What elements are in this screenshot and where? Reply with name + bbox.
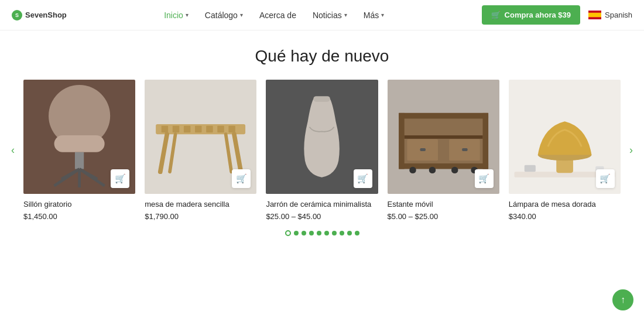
buy-button-label: Compra ahora $39 <box>505 11 571 19</box>
nav-right: 🛒 Compra ahora $39 Spanish <box>482 5 632 25</box>
product-name-1: Sillón giratorio <box>23 200 135 210</box>
pagination-dot-1[interactable] <box>294 231 299 235</box>
nav-item-noticias[interactable]: Noticias ▾ <box>313 11 347 20</box>
svg-rect-17 <box>229 126 235 132</box>
product-name-3: Jarrón de cerámica minimalista <box>266 200 378 210</box>
prev-arrow[interactable]: ‹ <box>5 142 21 158</box>
product-price-4: $5.00 – $25.00 <box>388 212 499 221</box>
svg-rect-1 <box>588 13 601 18</box>
products-grid: 🛒 Sillón giratorio $1,450.00 <box>23 80 621 221</box>
product-image-2: 🛒 <box>145 80 256 194</box>
svg-rect-24 <box>399 113 488 119</box>
product-name-5: Lámpara de mesa dorada <box>509 200 621 210</box>
svg-rect-27 <box>482 113 488 169</box>
nav-label: Inicio <box>164 11 183 20</box>
logo[interactable]: S SevenShop <box>12 10 67 21</box>
nav-item-acerca[interactable]: Acerca de <box>259 11 296 20</box>
svg-rect-40 <box>525 165 536 172</box>
svg-rect-4 <box>75 152 84 169</box>
svg-line-19 <box>234 134 241 172</box>
product-price-1: $1,450.00 <box>23 212 135 221</box>
svg-rect-3 <box>54 135 105 152</box>
product-price-2: $1,790.00 <box>145 212 256 221</box>
svg-rect-31 <box>420 148 426 151</box>
chevron-down-icon: ▾ <box>381 12 384 18</box>
add-to-cart-4[interactable]: 🛒 <box>475 169 494 188</box>
svg-rect-28 <box>404 135 482 139</box>
svg-rect-26 <box>399 113 405 169</box>
logo-text: SevenShop <box>25 11 67 19</box>
buy-button[interactable]: 🛒 Compra ahora $39 <box>482 5 580 25</box>
scroll-to-top-button[interactable]: ↑ <box>612 289 633 310</box>
add-to-cart-5[interactable]: 🛒 <box>596 169 615 188</box>
product-card-5[interactable]: 🛒 Lámpara de mesa dorada $340.00 <box>509 80 621 221</box>
nav-label: Catálogo <box>205 11 238 20</box>
product-card-1[interactable]: 🛒 Sillón giratorio $1,450.00 <box>23 80 135 221</box>
language-selector[interactable]: Spanish <box>588 11 632 19</box>
svg-point-33 <box>409 167 416 173</box>
logo-icon: S <box>12 10 22 21</box>
svg-rect-16 <box>217 126 224 132</box>
pagination <box>0 221 644 241</box>
nav-item-mas[interactable]: Más ▾ <box>364 11 384 20</box>
main-nav: Inicio ▾ Catálogo ▾ Acerca de Noticias ▾… <box>164 11 384 20</box>
svg-rect-14 <box>195 126 201 132</box>
svg-line-9 <box>80 169 98 179</box>
nav-label: Más <box>364 11 379 20</box>
pagination-dot-3[interactable] <box>309 231 314 235</box>
svg-point-35 <box>429 167 435 173</box>
arrow-up-icon: ↑ <box>621 295 625 305</box>
product-price-3: $25.00 – $45.00 <box>266 212 378 221</box>
chevron-down-icon: ▾ <box>344 12 347 18</box>
svg-rect-11 <box>162 126 168 132</box>
next-arrow[interactable]: › <box>623 142 639 158</box>
chevron-down-icon: ▾ <box>186 12 189 18</box>
language-label: Spanish <box>605 11 632 19</box>
pagination-dot-5[interactable] <box>324 231 329 235</box>
svg-rect-12 <box>173 126 179 132</box>
svg-line-8 <box>61 169 80 179</box>
svg-rect-15 <box>206 126 213 132</box>
svg-point-36 <box>451 167 458 173</box>
add-to-cart-3[interactable]: 🛒 <box>354 169 372 188</box>
product-image-3: 🛒 <box>266 80 378 194</box>
svg-line-21 <box>226 134 232 172</box>
nav-item-catalogo[interactable]: Catálogo ▾ <box>205 11 243 20</box>
product-card-2[interactable]: 🛒 mesa de madera sencilla $1,790.00 <box>145 80 256 221</box>
svg-rect-13 <box>184 126 190 132</box>
pagination-dot-7[interactable] <box>340 231 344 235</box>
product-price-5: $340.00 <box>509 212 621 221</box>
pagination-dot-2[interactable] <box>302 231 306 235</box>
nav-label: Acerca de <box>259 11 296 20</box>
product-card-3[interactable]: 🛒 Jarrón de cerámica minimalista $25.00 … <box>266 80 378 221</box>
product-name-4: Estante móvil <box>388 200 499 210</box>
add-to-cart-1[interactable]: 🛒 <box>111 169 129 188</box>
product-image-1: 🛒 <box>23 80 135 194</box>
product-image-4: 🛒 <box>388 80 499 194</box>
pagination-dot-6[interactable] <box>332 231 337 235</box>
svg-rect-32 <box>462 148 468 151</box>
svg-rect-22 <box>314 96 331 102</box>
products-section: ‹ 🛒 Si <box>0 80 644 221</box>
navbar: S SevenShop Inicio ▾ Catálogo ▾ Acerca d… <box>0 0 644 30</box>
svg-line-20 <box>170 134 176 172</box>
product-image-5: 🛒 <box>509 80 621 194</box>
pagination-dot-4[interactable] <box>317 231 321 235</box>
pagination-dot-0[interactable] <box>285 230 291 236</box>
nav-label: Noticias <box>313 11 342 20</box>
pagination-dot-8[interactable] <box>347 231 352 235</box>
product-card-4[interactable]: 🛒 Estante móvil $5.00 – $25.00 <box>388 80 499 221</box>
chevron-down-icon: ▾ <box>240 12 243 18</box>
section-title: Qué hay de nuevo <box>0 30 644 80</box>
product-name-2: mesa de madera sencilla <box>145 200 256 210</box>
flag-icon <box>588 11 601 19</box>
svg-line-18 <box>160 134 167 172</box>
pagination-dot-9[interactable] <box>355 231 359 235</box>
cart-icon: 🛒 <box>491 11 501 19</box>
nav-item-inicio[interactable]: Inicio ▾ <box>164 11 189 20</box>
add-to-cart-2[interactable]: 🛒 <box>232 169 251 188</box>
